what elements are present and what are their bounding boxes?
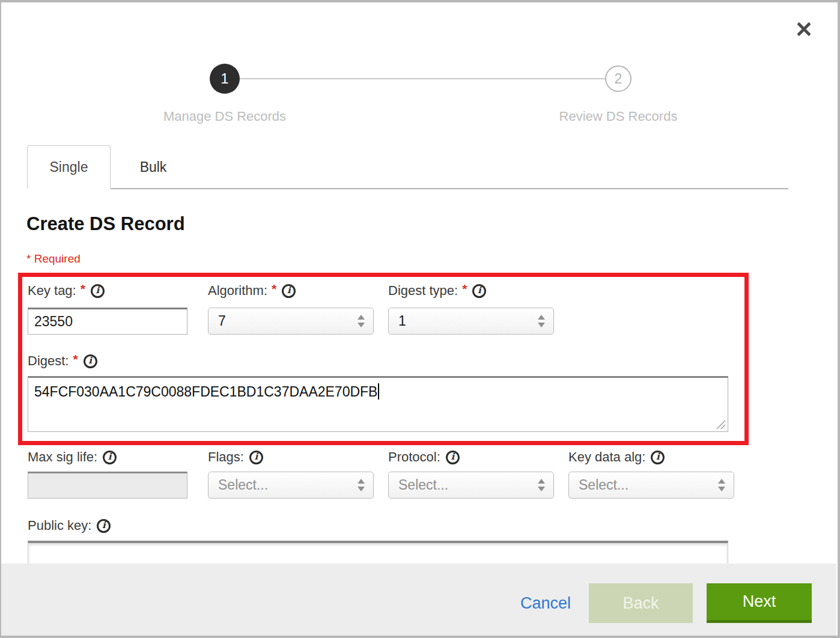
protocol-label: Protocol:: [388, 449, 460, 465]
flags-label-text: Flags:: [208, 449, 244, 465]
info-icon[interactable]: [651, 451, 665, 464]
next-button[interactable]: Next: [707, 583, 812, 623]
create-ds-record-modal: 1 2 Manage DS Records Review DS Records …: [0, 0, 840, 638]
key-tag-value: 23550: [34, 314, 73, 330]
tab-bulk[interactable]: Bulk: [111, 145, 196, 189]
select-arrows-icon: [358, 479, 365, 491]
key-data-alg-label: Key data alg:: [568, 449, 665, 465]
info-icon[interactable]: [103, 451, 117, 464]
close-icon[interactable]: [794, 19, 814, 38]
algorithm-selected-value: 7: [218, 313, 226, 329]
digest-label-text: Digest:: [28, 353, 68, 369]
algorithm-select[interactable]: 7: [208, 308, 374, 335]
stepper-connector-line: [240, 78, 605, 79]
info-icon[interactable]: [249, 451, 263, 464]
step-2-label: Review DS Records: [559, 109, 678, 124]
protocol-select[interactable]: Select...: [388, 472, 554, 499]
key-data-alg-label-text: Key data alg:: [568, 449, 645, 465]
required-asterisk: *: [272, 282, 276, 296]
digest-type-selected-value: 1: [398, 313, 406, 329]
text-cursor: [378, 383, 379, 400]
digest-type-select[interactable]: 1: [388, 308, 554, 335]
modal-footer: Cancel Back Next: [1, 564, 836, 636]
required-note: * Required: [26, 252, 81, 266]
algorithm-label: Algorithm: *: [208, 283, 296, 299]
protocol-label-text: Protocol:: [388, 449, 440, 465]
key-data-alg-placeholder: Select...: [579, 477, 628, 493]
key-tag-label-text: Key tag:: [28, 283, 76, 299]
step-1-label: Manage DS Records: [163, 109, 286, 124]
page-title: Create DS Record: [26, 213, 185, 235]
resize-handle-icon[interactable]: [715, 419, 725, 429]
select-arrows-icon: [538, 479, 545, 491]
public-key-label: Public key:: [28, 518, 111, 533]
digest-label: Digest: *: [28, 353, 97, 369]
max-sig-life-label-text: Max sig life:: [28, 449, 97, 465]
digest-type-label: Digest type: *: [388, 283, 486, 299]
select-arrows-icon: [358, 315, 365, 327]
flags-select[interactable]: Select...: [208, 472, 374, 499]
flags-label: Flags:: [208, 449, 263, 465]
max-sig-life-input[interactable]: [28, 472, 187, 499]
digest-value: 54FCF030AA1C79C0088FDEC1BD1C37DAA2E70DFB: [34, 384, 377, 400]
tab-bottom-rule: [111, 188, 788, 189]
back-button[interactable]: Back: [589, 583, 693, 623]
step-2-circle: 2: [605, 65, 632, 92]
required-asterisk: *: [462, 282, 467, 296]
info-icon[interactable]: [97, 519, 111, 533]
step-1-circle: 1: [210, 64, 240, 94]
info-icon[interactable]: [472, 284, 486, 298]
required-asterisk: *: [81, 282, 85, 296]
public-key-label-text: Public key:: [28, 518, 91, 533]
flags-placeholder: Select...: [218, 477, 268, 493]
digest-textarea[interactable]: 54FCF030AA1C79C0088FDEC1BD1C37DAA2E70DFB: [28, 376, 728, 432]
key-data-alg-select[interactable]: Select...: [568, 472, 734, 499]
select-arrows-icon: [538, 315, 545, 327]
algorithm-label-text: Algorithm:: [208, 283, 267, 299]
info-icon[interactable]: [446, 451, 460, 464]
tab-single[interactable]: Single: [27, 145, 111, 189]
public-key-textarea[interactable]: [28, 541, 728, 566]
digest-type-label-text: Digest type:: [388, 283, 458, 299]
info-icon[interactable]: [84, 354, 97, 368]
info-icon[interactable]: [282, 284, 296, 298]
key-tag-input[interactable]: 23550: [28, 308, 187, 335]
info-icon[interactable]: [91, 284, 105, 298]
key-tag-label: Key tag: *: [28, 283, 105, 299]
select-arrows-icon: [718, 479, 725, 491]
required-asterisk: *: [73, 352, 78, 366]
max-sig-life-label: Max sig life:: [28, 449, 117, 465]
protocol-placeholder: Select...: [398, 477, 448, 493]
cancel-button[interactable]: Cancel: [517, 583, 574, 623]
